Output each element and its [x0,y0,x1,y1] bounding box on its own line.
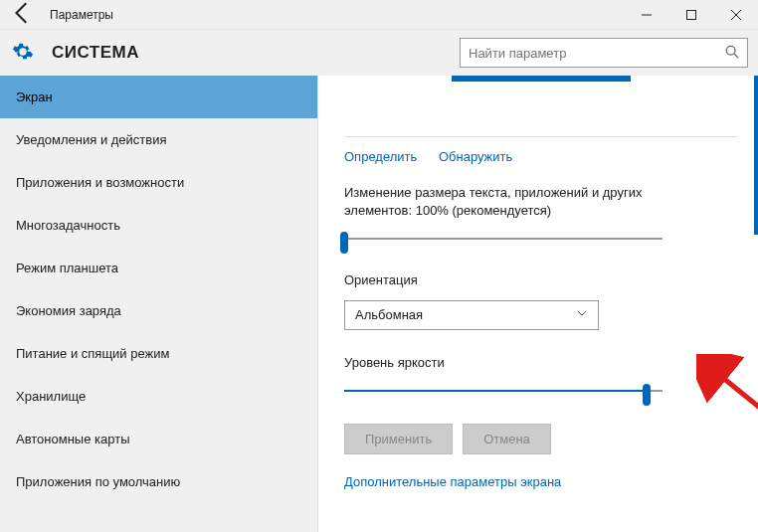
orientation-label: Ориентация [344,271,682,289]
detect-link[interactable]: Определить [344,149,417,164]
minimize-button[interactable] [624,0,668,29]
main-panel: Определить Обнаружить Изменение размера … [318,76,758,532]
brightness-label: Уровень яркости [344,354,682,372]
orientation-value: Альбомная [355,307,423,322]
scale-slider[interactable] [344,230,663,248]
sidebar-item-power[interactable]: Питание и спящий режим [0,332,317,375]
sidebar-item-tablet[interactable]: Режим планшета [0,247,317,289]
sidebar-item-default-apps[interactable]: Приложения по умолчанию [0,460,317,503]
maximize-button[interactable] [668,0,713,29]
header: СИСТЕМА [0,30,758,76]
sidebar-item-notifications[interactable]: Уведомления и действия [0,118,317,161]
close-button[interactable] [713,0,758,29]
scale-slider-thumb[interactable] [340,232,348,254]
svg-line-5 [734,54,738,58]
gear-icon [12,41,34,66]
titlebar: Параметры [0,0,758,30]
sidebar-item-apps[interactable]: Приложения и возможности [0,161,317,204]
identify-link[interactable]: Обнаружить [439,149,512,164]
display-preview-selection [452,76,631,82]
window-title: Параметры [36,8,624,22]
scale-label: Изменение размера текста, приложений и д… [344,184,682,220]
advanced-display-link[interactable]: Дополнительные параметры экрана [344,474,738,489]
display-links: Определить Обнаружить [344,149,738,164]
brightness-slider[interactable] [344,382,663,400]
sidebar-item-offline-maps[interactable]: Автономные карты [0,418,317,460]
sidebar-item-battery[interactable]: Экономия заряда [0,289,317,332]
back-button[interactable] [10,0,36,29]
search-icon [725,45,739,62]
scrollbar[interactable] [754,76,758,235]
sidebar-item-multitasking[interactable]: Многозадачность [0,204,317,247]
apply-button[interactable]: Применить [344,424,453,454]
section-title: СИСТЕМА [34,43,460,63]
search-input[interactable] [469,46,725,61]
sidebar: Экран Уведомления и действия Приложения … [0,76,318,532]
display-preview[interactable] [344,88,738,137]
cancel-button[interactable]: Отмена [463,424,551,454]
brightness-slider-thumb[interactable] [643,384,651,406]
search-box[interactable] [460,38,748,68]
svg-point-4 [726,46,735,55]
chevron-down-icon [576,307,588,322]
orientation-select[interactable]: Альбомная [344,300,599,330]
sidebar-item-display[interactable]: Экран [0,76,317,118]
sidebar-item-storage[interactable]: Хранилище [0,375,317,418]
svg-rect-1 [686,10,695,19]
window-controls [624,0,758,29]
